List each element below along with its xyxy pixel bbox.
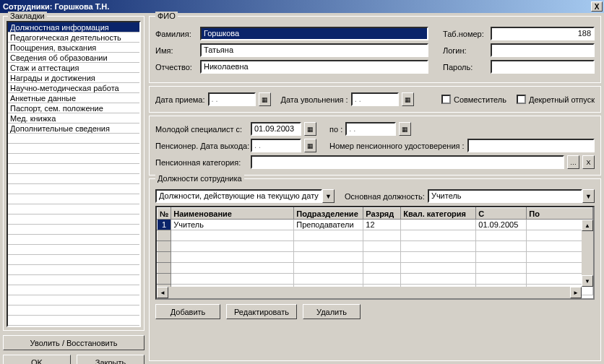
hire-date-input[interactable]: . .	[208, 92, 256, 106]
young-spec-label: Молодой специалист с:	[155, 125, 248, 134]
name-label: Имя:	[155, 46, 197, 55]
hire-date-label: Дата приема:	[155, 95, 205, 104]
young-from-input[interactable]: 01.09.2003	[251, 122, 301, 136]
sidebar-item[interactable]: Сведения об образовании	[8, 53, 139, 63]
maternity-label: Декретный отпуск	[529, 95, 595, 104]
window-title: Сотрудники: Горшкова Т.Н.	[1, 2, 591, 11]
close-button[interactable]: Закрыть	[77, 355, 144, 364]
positions-legend: Должности сотрудника	[155, 174, 244, 183]
table-row[interactable]	[158, 263, 593, 274]
table-row[interactable]	[158, 252, 593, 263]
clear-icon[interactable]: X	[582, 155, 595, 169]
table-row[interactable]	[158, 230, 593, 241]
parttime-label: Совместитель	[454, 95, 506, 104]
lookup-icon[interactable]: …	[567, 155, 579, 169]
password-label: Пароль:	[443, 63, 488, 72]
scrollbar-horizontal[interactable]: ◄ ►	[157, 287, 582, 298]
col-qual[interactable]: Квал. категория	[401, 208, 476, 220]
tabnum-label: Таб.номер:	[443, 30, 488, 38]
calendar-icon[interactable]: ▦	[304, 122, 316, 136]
calendar-icon[interactable]: ▦	[399, 122, 411, 136]
tabnum-input[interactable]: 188	[491, 27, 595, 40]
surname-label: Фамилия:	[155, 30, 197, 38]
table-row[interactable]	[158, 241, 593, 252]
col-to[interactable]: По	[527, 208, 593, 220]
scrollbar-vertical[interactable]: ▲ ▼	[582, 220, 593, 287]
close-icon[interactable]: X	[591, 1, 603, 12]
fio-legend: ФИО	[155, 12, 178, 20]
calendar-icon[interactable]: ▦	[304, 139, 316, 152]
calendar-icon[interactable]: ▦	[402, 92, 414, 106]
sidebar-item[interactable]: Дополнительные сведения	[8, 124, 139, 134]
main-position-combo[interactable]: Учитель	[428, 189, 582, 203]
scroll-left-icon[interactable]: ◄	[157, 287, 168, 298]
col-name[interactable]: Наименование	[171, 208, 294, 220]
parttime-checkbox[interactable]	[441, 95, 451, 104]
pension-exit-label: Пенсионер. Дата выхода:	[155, 142, 248, 150]
col-rank[interactable]: Разряд	[363, 208, 401, 220]
bookmarks-panel: Закладки Должностная информацияПедагогич…	[3, 16, 144, 331]
col-dept[interactable]: Подразделение	[294, 208, 363, 220]
fio-group: ФИО Фамилия:Горшкова Имя:Татьяна Отчеств…	[149, 16, 601, 83]
login-label: Логин:	[443, 46, 488, 55]
table-row[interactable]: 1УчительПреподаватели1201.09.2005	[158, 220, 593, 230]
fire-date-input[interactable]: . .	[351, 92, 399, 106]
sidebar-item[interactable]: Анкетные данные	[8, 93, 139, 103]
col-from[interactable]: С	[476, 208, 527, 220]
login-input[interactable]	[491, 43, 595, 57]
maternity-checkbox[interactable]	[517, 95, 526, 104]
titlebar: Сотрудники: Горшкова Т.Н. X	[0, 0, 604, 13]
pension-cat-input[interactable]	[251, 155, 564, 169]
chevron-down-icon[interactable]: ▼	[582, 189, 595, 203]
add-button[interactable]: Добавить	[155, 304, 220, 319]
fire-date-label: Дата увольнения :	[281, 95, 348, 104]
sidebar-item[interactable]: Педагогическая деятельность	[8, 32, 139, 43]
pension-exit-input[interactable]: . .	[251, 139, 301, 152]
dates-group: Дата приема: . . ▦ Дата увольнения : . .…	[149, 86, 601, 113]
scroll-up-icon[interactable]: ▲	[582, 220, 593, 231]
filter-combo[interactable]: Должности, действующие на текущую дату	[155, 189, 322, 203]
sidebar-item[interactable]: Должностная информация	[8, 22, 139, 32]
pension-cert-label: Номер пенсионного удостоверения :	[329, 142, 465, 150]
scroll-right-icon[interactable]: ►	[570, 287, 582, 298]
pension-cert-input[interactable]	[467, 139, 595, 152]
sidebar-item[interactable]: Поощрения, взыскания	[8, 43, 139, 53]
sidebar-item[interactable]: Мед. книжка	[8, 113, 139, 124]
password-input[interactable]	[491, 60, 595, 74]
surname-input[interactable]: Горшкова	[200, 27, 428, 40]
sidebar-item[interactable]: Стаж и аттестация	[8, 63, 139, 73]
calendar-icon[interactable]: ▦	[259, 92, 271, 106]
positions-group: Должности сотрудника Должности, действую…	[149, 178, 601, 361]
bookmarks-title: Закладки	[8, 12, 47, 20]
table-row[interactable]	[158, 274, 593, 285]
delete-button[interactable]: Удалить	[303, 304, 361, 319]
scroll-down-icon[interactable]: ▼	[582, 275, 593, 287]
col-num[interactable]: №	[158, 208, 171, 220]
ok-button[interactable]: OK	[3, 355, 71, 364]
sidebar-item[interactable]: Награды и достижения	[8, 73, 139, 83]
pension-cat-label: Пенсионная категория:	[155, 158, 248, 167]
young-to-input[interactable]: . .	[345, 122, 396, 136]
patronymic-label: Отчество:	[155, 63, 197, 72]
edit-button[interactable]: Редактировать	[226, 304, 297, 319]
pension-group: Молодой специалист с: 01.09.2003 ▦ по : …	[149, 116, 601, 176]
patronymic-input[interactable]: Николаевна	[200, 60, 428, 74]
sidebar-item[interactable]: Паспорт, сем. положение	[8, 103, 139, 113]
positions-grid[interactable]: № Наименование Подразделение Разряд Квал…	[155, 206, 595, 300]
sidebar-item[interactable]: Научно-методическая работа	[8, 83, 139, 93]
main-position-label: Основная должность:	[345, 192, 425, 201]
chevron-down-icon[interactable]: ▼	[322, 189, 335, 203]
name-input[interactable]: Татьяна	[200, 43, 428, 57]
fire-restore-button[interactable]: Уволить / Восстановить	[3, 335, 144, 350]
young-to-label: по :	[329, 125, 342, 134]
bookmarks-list[interactable]: Должностная информацияПедагогическая дея…	[7, 21, 141, 327]
